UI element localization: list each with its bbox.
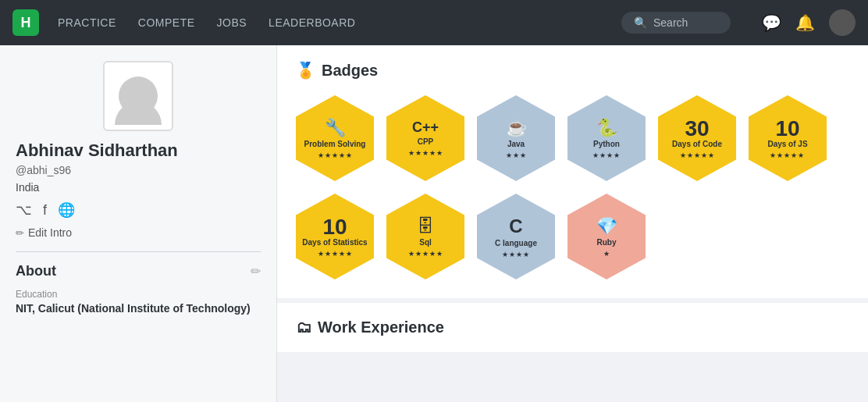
sql-label: Sql — [419, 238, 432, 247]
30-days-num: 30 — [685, 118, 709, 140]
work-section: 🗂 Work Experience — [277, 303, 868, 352]
badge-sql: 🗄 Sql ★★★★★ — [386, 194, 464, 279]
about-title: About — [16, 263, 56, 279]
badges-header: 🏅 Badges — [296, 61, 849, 80]
about-edit-icon[interactable]: ✏ — [251, 264, 261, 279]
cpp-label: CPP — [418, 137, 434, 147]
nav-leaderboard[interactable]: LEADERBOARD — [269, 16, 355, 29]
profile-avatar-wrap — [16, 61, 261, 131]
logo[interactable]: H — [12, 9, 39, 36]
cpp-stars: ★★★★★ — [408, 149, 443, 157]
c-lang-label: C language — [495, 239, 537, 248]
search-placeholder: Search — [653, 16, 688, 29]
c-lang-stars: ★★★★ — [502, 251, 530, 258]
profile-handle: @abhi_s96 — [16, 164, 261, 176]
message-icon[interactable]: 💬 — [762, 13, 781, 32]
badge-c-lang: C C language ★★★★ — [477, 194, 555, 279]
10-stats-num: 10 — [322, 216, 347, 238]
nav-jobs[interactable]: JOBS — [217, 16, 247, 29]
navbar: H PRACTICE COMPETE JOBS LEADERBOARD 🔍 Se… — [0, 0, 868, 45]
java-label: Java — [507, 140, 525, 149]
badge-30-days: 30 Days of Code ★★★★★ — [658, 95, 736, 181]
nav-practice[interactable]: PRACTICE — [58, 16, 116, 29]
profile-name: Abhinav Sidharthan — [16, 141, 261, 161]
profile-country: India — [16, 181, 261, 194]
badges-title: Badges — [322, 62, 378, 80]
education-value: NIT, Calicut (National Institute of Tech… — [16, 302, 261, 315]
30-days-stars: ★★★★★ — [680, 151, 715, 159]
badge-section-icon: 🏅 — [296, 61, 315, 80]
badge-cpp: C++ CPP ★★★★★ — [386, 95, 464, 181]
search-icon: 🔍 — [634, 16, 647, 29]
sql-icon: 🗄 — [417, 216, 434, 237]
badge-10-js: 10 Days of JS ★★★★★ — [749, 95, 827, 181]
page-body: Abhinav Sidharthan @abhi_s96 India ⌥ f 🌐… — [0, 45, 868, 402]
avatar-person — [119, 76, 158, 116]
ruby-label: Ruby — [597, 238, 617, 247]
ruby-stars: ★ — [603, 250, 610, 258]
python-label: Python — [593, 140, 620, 149]
badges-grid: 🔧 Problem Solving ★★★★★ C++ CPP ★★★★★ — [296, 95, 849, 279]
edit-intro[interactable]: ✏ Edit Intro — [16, 226, 261, 239]
divider — [16, 251, 261, 252]
about-header: About ✏ — [16, 263, 261, 279]
java-icon: ☕ — [506, 118, 527, 138]
10-js-num: 10 — [775, 118, 799, 140]
badges-section: 🏅 Badges 🔧 Problem Solving ★★★★★ — [277, 45, 868, 298]
10-stats-stars: ★★★★★ — [318, 250, 353, 258]
problem-solving-label: Problem Solving — [304, 140, 366, 149]
java-stars: ★★★ — [506, 151, 527, 159]
python-stars: ★★★★ — [592, 151, 621, 159]
python-icon: 🐍 — [596, 118, 617, 138]
pencil-icon: ✏ — [16, 227, 24, 239]
work-icon: 🗂 — [296, 318, 311, 336]
10-js-label: Days of JS — [767, 140, 807, 149]
work-title: Work Experience — [318, 318, 444, 336]
badge-ruby: 💎 Ruby ★ — [567, 194, 646, 279]
ruby-icon: 💎 — [596, 216, 617, 237]
c-lang-icon: C — [509, 215, 522, 237]
sidebar: Abhinav Sidharthan @abhi_s96 India ⌥ f 🌐… — [0, 45, 277, 402]
badge-python: 🐍 Python ★★★★ — [567, 95, 646, 181]
github-icon[interactable]: ⌥ — [16, 201, 32, 219]
facebook-icon[interactable]: f — [43, 202, 47, 219]
badge-problem-solving: 🔧 Problem Solving ★★★★★ — [296, 95, 374, 181]
bell-icon[interactable]: 🔔 — [795, 13, 815, 32]
30-days-label: Days of Code — [672, 140, 722, 149]
search-bar[interactable]: 🔍 Search — [621, 12, 731, 34]
nav-icons: 💬 🔔 — [762, 9, 856, 36]
10-js-stars: ★★★★★ — [770, 151, 805, 159]
cpp-icon: C++ — [412, 119, 439, 136]
web-icon[interactable]: 🌐 — [58, 201, 75, 219]
work-header: 🗂 Work Experience — [296, 318, 849, 336]
avatar[interactable] — [829, 9, 856, 36]
nav-links: PRACTICE COMPETE JOBS LEADERBOARD — [58, 16, 603, 29]
main-content: 🏅 Badges 🔧 Problem Solving ★★★★★ — [277, 45, 868, 402]
profile-avatar — [103, 61, 173, 131]
profile-social: ⌥ f 🌐 — [16, 201, 261, 219]
10-stats-label: Days of Statistics — [302, 238, 367, 247]
edit-intro-label: Edit Intro — [28, 226, 72, 239]
education-label: Education — [16, 289, 261, 300]
nav-compete[interactable]: COMPETE — [138, 16, 195, 29]
problem-solving-stars: ★★★★★ — [318, 151, 353, 159]
problem-solving-icon: 🔧 — [325, 118, 346, 138]
badge-10-stats: 10 Days of Statistics ★★★★★ — [296, 194, 374, 279]
badge-java: ☕ Java ★★★ — [477, 95, 555, 181]
sql-stars: ★★★★★ — [408, 250, 443, 258]
